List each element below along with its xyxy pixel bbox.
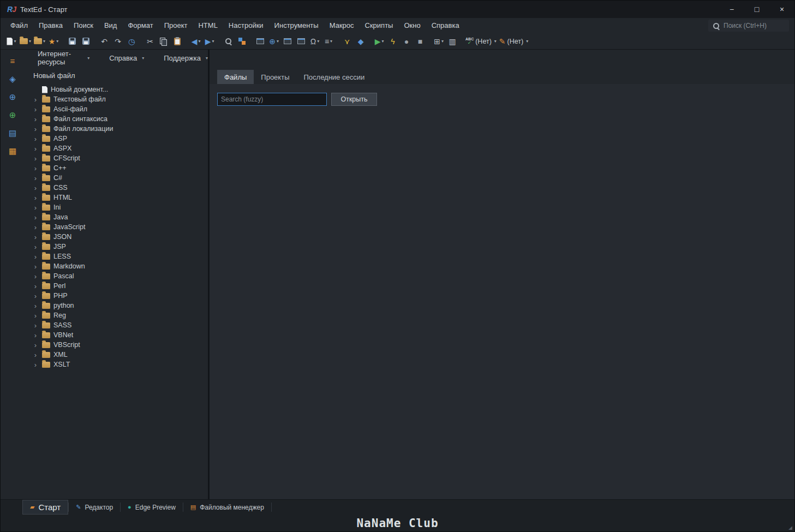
chevron-down-icon[interactable]: ▾ xyxy=(441,39,444,44)
chevron-right-icon[interactable]: › xyxy=(32,243,39,250)
tree-item-ascii-file[interactable]: ›Ascii-файл xyxy=(32,104,208,114)
table-tools-button[interactable]: ⊞▾ xyxy=(432,35,445,48)
tree-item-json[interactable]: ›JSON xyxy=(32,232,208,242)
tree-item-css[interactable]: ›CSS xyxy=(32,183,208,193)
run-button[interactable]: ▶▾ xyxy=(373,35,386,48)
highlighter-dropdown[interactable]: ✎ (Нет) ▾ xyxy=(498,35,529,48)
tree-item-sass[interactable]: ›SASS xyxy=(32,320,208,330)
chevron-right-icon[interactable]: › xyxy=(32,263,39,270)
tab-edge-preview[interactable]: ●Edge Preview xyxy=(121,500,183,515)
chevron-down-icon[interactable]: ▾ xyxy=(43,39,45,44)
chevron-right-icon[interactable]: › xyxy=(32,332,39,339)
maximize-button[interactable]: □ xyxy=(744,1,769,18)
menu-help[interactable]: Справка xyxy=(426,18,465,33)
chevron-down-icon[interactable]: ▾ xyxy=(330,39,332,44)
chevron-right-icon[interactable]: › xyxy=(32,234,39,241)
tree-item-text-file[interactable]: ›Текстовый файл xyxy=(32,94,208,104)
navigate-forward-button[interactable]: ▶▾ xyxy=(203,35,216,48)
tree-item-python[interactable]: ›python xyxy=(32,301,208,310)
tab-recent-sessions[interactable]: Последние сессии xyxy=(296,70,372,84)
tab-start[interactable]: ▰Старт xyxy=(22,500,68,515)
chevron-down-icon[interactable]: ▾ xyxy=(56,39,58,44)
chevron-right-icon[interactable]: › xyxy=(32,312,39,319)
chevron-right-icon[interactable]: › xyxy=(32,302,39,309)
global-search-box[interactable]: Поиск (Ctrl+H) xyxy=(708,20,789,32)
find-button[interactable] xyxy=(222,35,235,48)
frame-split-button[interactable] xyxy=(295,35,308,48)
special-chars-button[interactable]: Ω▾ xyxy=(308,35,321,48)
tree-item-reg[interactable]: ›Reg xyxy=(32,310,208,320)
history-button[interactable]: ◷ xyxy=(125,35,138,48)
chevron-right-icon[interactable]: › xyxy=(32,194,39,201)
chevron-right-icon[interactable]: › xyxy=(32,214,39,221)
cut-button[interactable]: ✂ xyxy=(144,35,157,48)
chevron-down-icon[interactable]: ▾ xyxy=(29,39,31,44)
tree-item-pascal[interactable]: ›Pascal xyxy=(32,271,208,281)
resources-panel-button[interactable]: ≡ xyxy=(5,54,20,68)
open-recent-button[interactable]: ▾ xyxy=(33,35,46,48)
tab-files[interactable]: Файлы xyxy=(217,70,254,84)
fuzzy-search-input[interactable] xyxy=(217,93,327,106)
chevron-down-icon[interactable]: ▾ xyxy=(14,39,16,44)
snippets-panel-button[interactable]: ◈ xyxy=(5,72,20,86)
menu-tools[interactable]: Инструменты xyxy=(269,18,324,33)
browser-preview-button[interactable]: ⊕▾ xyxy=(267,35,280,48)
chevron-right-icon[interactable]: › xyxy=(32,351,39,358)
new-file-button[interactable]: ▾ xyxy=(5,35,18,48)
tree-item-java[interactable]: ›Java xyxy=(32,212,208,222)
chevron-down-icon[interactable]: ▾ xyxy=(381,39,384,44)
tree-item-cfscript[interactable]: ›CFScript xyxy=(32,153,208,163)
tree-item-localization-file[interactable]: ›Файл локализации xyxy=(32,124,208,134)
help-dropdown[interactable]: Справка▾ xyxy=(109,54,144,62)
tree-item-javascript[interactable]: ›JavaScript xyxy=(32,222,208,232)
tree-item-csharp[interactable]: ›C# xyxy=(32,173,208,183)
redo-button[interactable]: ↷ xyxy=(111,35,124,48)
menu-project[interactable]: Проект xyxy=(159,18,193,33)
plugins-button[interactable]: ◆ xyxy=(354,35,367,48)
chevron-right-icon[interactable]: › xyxy=(32,322,39,329)
tree-item-new-document[interactable]: Новый документ... xyxy=(32,85,208,94)
chevron-right-icon[interactable]: › xyxy=(32,273,39,280)
support-dropdown[interactable]: Поддержка▾ xyxy=(164,54,208,62)
tree-item-ini[interactable]: ›Ini xyxy=(32,202,208,212)
tree-item-aspx[interactable]: ›ASPX xyxy=(32,144,208,153)
menu-html[interactable]: HTML xyxy=(193,18,223,33)
chevron-right-icon[interactable]: › xyxy=(32,125,39,133)
chevron-down-icon[interactable]: ▾ xyxy=(198,39,200,44)
undo-button[interactable]: ↶ xyxy=(98,35,111,48)
chevron-right-icon[interactable]: › xyxy=(32,361,39,368)
tree-item-syntax-file[interactable]: ›Файл синтаксиса xyxy=(32,114,208,124)
chevron-down-icon[interactable]: ▾ xyxy=(277,39,279,44)
tree-item-perl[interactable]: ›Perl xyxy=(32,281,208,291)
paste-button[interactable] xyxy=(171,35,184,48)
save-button[interactable] xyxy=(65,35,79,48)
chevron-right-icon[interactable]: › xyxy=(32,224,39,231)
frame-view-button[interactable] xyxy=(281,35,294,48)
spellcheck-dropdown[interactable]: ABC✓ (Нет) ▾ xyxy=(464,35,498,48)
internet-resources-dropdown[interactable]: Интернет-ресурсы▾ xyxy=(38,50,89,66)
chevron-right-icon[interactable]: › xyxy=(32,292,39,300)
menu-macro[interactable]: Макрос xyxy=(324,18,360,33)
tree-item-xml[interactable]: ›XML xyxy=(32,350,208,360)
resize-grip[interactable]: ◢ xyxy=(788,525,792,530)
chevron-right-icon[interactable]: › xyxy=(32,116,39,123)
menu-format[interactable]: Формат xyxy=(122,18,158,33)
close-button[interactable]: × xyxy=(769,1,794,18)
tree-item-vbscript[interactable]: ›VBScript xyxy=(32,340,208,350)
tree-item-asp[interactable]: ›ASP xyxy=(32,134,208,144)
text-format-button[interactable]: ≡▾ xyxy=(322,35,335,48)
layout-button[interactable]: ▥ xyxy=(446,35,459,48)
save-all-button[interactable] xyxy=(79,35,92,48)
library-panel-button[interactable]: ▤ xyxy=(5,126,20,140)
tree-item-cpp[interactable]: ›C++ xyxy=(32,163,208,173)
menu-settings[interactable]: Настройки xyxy=(223,18,269,33)
menu-file[interactable]: Файл xyxy=(5,18,33,33)
tree-item-markdown[interactable]: ›Markdown xyxy=(32,261,208,271)
chevron-down-icon[interactable]: ▾ xyxy=(212,39,214,44)
web-panel-button[interactable]: ⊕ xyxy=(5,90,20,104)
chevron-right-icon[interactable]: › xyxy=(32,165,39,172)
export-window-button[interactable] xyxy=(254,35,267,48)
navigate-back-button[interactable]: ◀▾ xyxy=(189,35,202,48)
chevron-right-icon[interactable]: › xyxy=(32,96,39,103)
tab-file-manager[interactable]: ▤Файловый менеджер xyxy=(183,500,271,515)
